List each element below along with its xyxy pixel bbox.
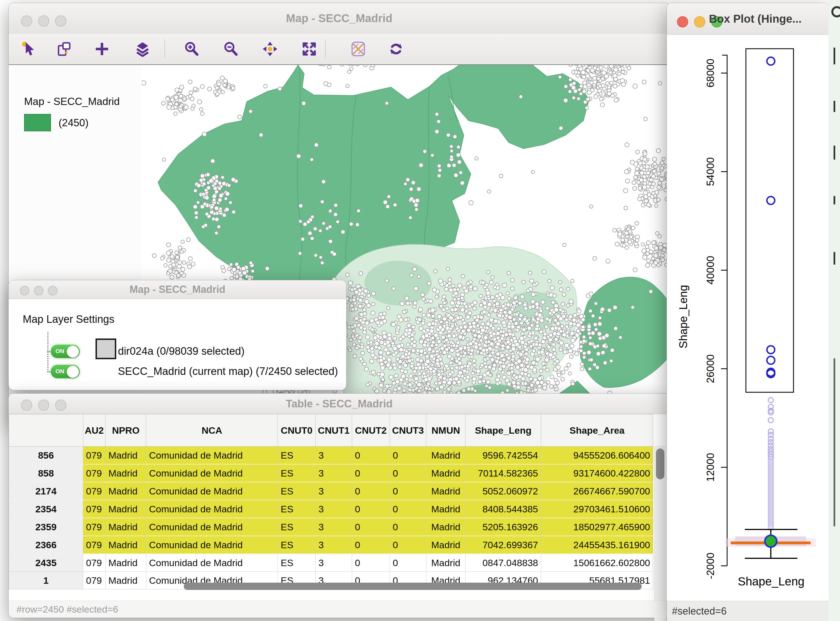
column-header-Shape_Area[interactable]: Shape_Area — [541, 414, 653, 447]
table-row[interactable]: 858079MadridComunidad de MadridES300Madr… — [9, 464, 653, 482]
table-cell[interactable]: 9596.742554 — [465, 447, 541, 465]
dialog-titlebar[interactable]: Map - SECC_Madrid — [9, 280, 346, 299]
table-cell[interactable]: 0 — [390, 464, 426, 482]
table-cell[interactable]: 0 — [390, 482, 426, 500]
table-cell[interactable]: 70114.582365 — [465, 464, 541, 482]
table-cell[interactable]: 2435 — [9, 554, 83, 572]
table-cell[interactable]: Madrid — [106, 518, 146, 536]
selection-rectangle[interactable] — [746, 49, 793, 392]
table-cell[interactable]: 856 — [9, 447, 83, 465]
boxplot-canvas[interactable]: 6800054000400002600012000-2000 Shape_Len… — [667, 35, 829, 601]
table-cell[interactable]: ES — [278, 554, 316, 572]
layer-visibility-toggle-dir024a[interactable]: ON — [51, 345, 80, 358]
mean-point[interactable] — [765, 535, 777, 547]
table-cell[interactable]: Comunidad de Madrid — [146, 554, 278, 572]
table-cell[interactable]: Madrid — [426, 482, 465, 500]
table-cell[interactable]: Madrid — [426, 500, 465, 518]
table-row[interactable]: 2435079MadridComunidad de MadridES300Mad… — [9, 554, 653, 572]
map-polygon-mid[interactable] — [364, 261, 432, 306]
table-cell[interactable]: ES — [278, 482, 316, 500]
vertical-scrollbar-thumb[interactable] — [656, 448, 664, 479]
boxplot-box[interactable] — [725, 529, 816, 558]
table-row[interactable]: 2354079MadridComunidad de MadridES300Mad… — [9, 500, 653, 518]
table-cell[interactable]: ES — [278, 447, 316, 465]
table-cell[interactable]: 079 — [83, 554, 106, 572]
table-cell[interactable]: 0 — [352, 447, 390, 465]
copy-map-tool-button[interactable] — [56, 41, 72, 57]
table-cell[interactable]: 079 — [83, 482, 106, 500]
table-cell[interactable]: 079 — [83, 518, 106, 536]
table-cell[interactable]: ES — [278, 518, 316, 536]
table-cell[interactable]: Comunidad de Madrid — [146, 464, 278, 482]
table-cell[interactable]: Madrid — [106, 500, 146, 518]
table-window-titlebar[interactable]: Table - SECC_Madrid — [9, 394, 670, 414]
table-row[interactable]: 856079MadridComunidad de MadridES300Madr… — [9, 447, 653, 465]
add-layer-tool-button[interactable] — [94, 41, 110, 57]
table-cell[interactable]: 858 — [9, 464, 83, 482]
table-cell[interactable]: Madrid — [106, 554, 146, 572]
table-cell[interactable]: 1 — [9, 572, 83, 589]
table-cell[interactable]: 26674667.590700 — [541, 482, 653, 500]
table-cell[interactable]: 079 — [83, 464, 106, 482]
table-cell[interactable]: Madrid — [106, 464, 146, 482]
table-cell[interactable]: 2366 — [9, 536, 83, 554]
table-cell[interactable]: Madrid — [106, 482, 146, 500]
table-cell[interactable]: 3 — [316, 447, 352, 465]
table-cell[interactable]: 0 — [390, 554, 426, 572]
table-cell[interactable]: 0 — [352, 518, 390, 536]
map-layers-tool-button[interactable] — [135, 41, 150, 57]
table-cell[interactable]: 0 — [390, 518, 426, 536]
column-header-row-id[interactable] — [9, 414, 83, 447]
table-cell[interactable]: 29703461.510600 — [541, 500, 653, 518]
table-cell[interactable]: Comunidad de Madrid — [146, 447, 278, 465]
table-cell[interactable]: 0 — [352, 554, 390, 572]
table-cell[interactable]: 2354 — [9, 500, 83, 518]
column-header-NMUN[interactable]: NMUN — [426, 414, 465, 447]
zoom-out-tool-button[interactable] — [223, 41, 239, 57]
column-header-NPRO[interactable]: NPRO — [106, 414, 146, 447]
table-cell[interactable]: 0 — [352, 464, 390, 482]
table-row[interactable]: 2359079MadridComunidad de MadridES300Mad… — [9, 518, 653, 536]
zoom-in-tool-button[interactable] — [184, 41, 199, 57]
table-cell[interactable]: 0 — [390, 536, 426, 554]
basemap-tool-button[interactable] — [350, 41, 366, 57]
table-cell[interactable]: 3 — [316, 500, 352, 518]
table-cell[interactable]: Madrid — [426, 554, 465, 572]
boxplot-window-titlebar[interactable]: Box Plot (Hinge... — [667, 3, 829, 35]
table-cell[interactable]: Comunidad de Madrid — [146, 500, 278, 518]
layer-label-secc-madrid[interactable]: SECC_Madrid (current map) (7/2450 select… — [118, 365, 338, 377]
table-cell[interactable]: 24455435.161900 — [541, 536, 653, 554]
unselected-outlier-points[interactable] — [768, 398, 773, 530]
table-cell[interactable]: 3 — [316, 518, 352, 536]
table-cell[interactable]: 0847.048838 — [465, 554, 541, 572]
table-cell[interactable]: Comunidad de Madrid — [146, 482, 278, 500]
selected-outlier-points[interactable] — [767, 57, 775, 377]
column-header-AU2[interactable]: AU2 — [83, 414, 106, 447]
table-cell[interactable]: 18502977.465900 — [541, 518, 653, 536]
map-window-titlebar[interactable]: Map - SECC_Madrid — [9, 3, 670, 33]
full-extent-tool-button[interactable] — [302, 41, 317, 57]
table-cell[interactable]: 0 — [352, 536, 390, 554]
table-cell[interactable]: 8408.544385 — [465, 500, 541, 518]
table-cell[interactable]: 2174 — [9, 482, 83, 500]
table-cell[interactable]: Madrid — [426, 518, 465, 536]
table-cell[interactable]: Madrid — [426, 447, 465, 465]
table-cell[interactable]: ES — [278, 464, 316, 482]
toggle-knob[interactable] — [67, 366, 79, 378]
table-cell[interactable]: 2359 — [9, 518, 83, 536]
legend-color-swatch[interactable] — [24, 114, 51, 131]
column-header-CNUT3[interactable]: CNUT3 — [390, 414, 426, 447]
column-header-CNUT1[interactable]: CNUT1 — [316, 414, 352, 447]
table-cell[interactable]: 079 — [83, 536, 106, 554]
table-cell[interactable]: 94555206.606400 — [541, 447, 653, 465]
column-header-NCA[interactable]: NCA — [146, 414, 278, 447]
column-header-CNUT0[interactable]: CNUT0 — [278, 414, 316, 447]
table-cell[interactable]: Comunidad de Madrid — [146, 536, 278, 554]
table-cell[interactable]: ES — [278, 500, 316, 518]
table-cell[interactable]: Madrid — [426, 536, 465, 554]
table-cell[interactable]: 15061662.602800 — [541, 554, 653, 572]
toggle-knob[interactable] — [67, 345, 79, 358]
table-cell[interactable]: 0 — [352, 500, 390, 518]
table-cell[interactable]: Madrid — [426, 464, 465, 482]
table-cell[interactable]: 5052.060972 — [465, 482, 541, 500]
